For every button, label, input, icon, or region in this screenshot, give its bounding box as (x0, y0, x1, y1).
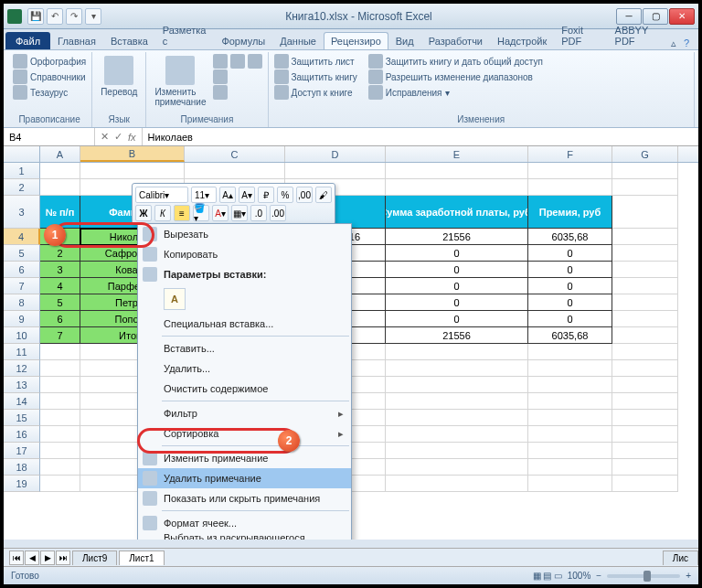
zoom-level[interactable]: 100% (568, 571, 591, 581)
paste-option-values[interactable]: A (164, 288, 186, 310)
worksheet[interactable]: A B C D E F G 12345678910111213141516171… (4, 146, 698, 540)
cell[interactable]: № п/п (40, 196, 80, 229)
row-9[interactable]: 9 (4, 311, 40, 327)
show-all-comments-icon[interactable] (213, 85, 228, 100)
cell[interactable]: 0 (386, 294, 528, 311)
cm-cut[interactable]: Вырезать (138, 224, 351, 244)
row-7[interactable]: 7 (4, 278, 40, 294)
share-book-button[interactable]: Доступ к книге (274, 85, 357, 100)
cell[interactable]: 0 (386, 311, 528, 327)
col-d[interactable]: D (285, 146, 386, 162)
cm-dropdown-list[interactable]: Выбрать из раскрывающегося списка... (138, 533, 351, 540)
cell[interactable] (40, 476, 80, 492)
cell[interactable] (386, 179, 528, 196)
cell[interactable]: Премия, руб (528, 196, 612, 229)
tab-abbyy[interactable]: ABBYY PDF (608, 21, 671, 49)
col-a[interactable]: A (40, 146, 80, 162)
cell[interactable] (40, 377, 80, 393)
qat-more[interactable]: ▾ (85, 8, 101, 25)
row-1[interactable]: 1 (4, 163, 40, 179)
tab-file[interactable]: Файл (5, 32, 50, 49)
row-3[interactable]: 3 (4, 196, 40, 229)
cell[interactable] (612, 393, 678, 410)
tab-view[interactable]: Вид (388, 32, 421, 49)
cm-show-hide-comment[interactable]: Показать или скрыть примечания (138, 488, 351, 508)
cell[interactable] (528, 360, 612, 377)
cell[interactable] (40, 179, 80, 196)
view-layout-icon[interactable]: ▤ (543, 571, 551, 581)
cell[interactable] (612, 278, 678, 294)
cell[interactable] (612, 179, 678, 196)
tab-layout[interactable]: Разметка с (155, 21, 215, 49)
cell[interactable] (612, 327, 678, 344)
comma-format-icon[interactable]: ,00 (296, 187, 313, 203)
cell[interactable]: 3 (40, 262, 80, 278)
tab-formulas[interactable]: Формулы (214, 32, 272, 49)
row-15[interactable]: 15 (4, 410, 40, 426)
cell[interactable] (40, 426, 80, 443)
row-2[interactable]: 2 (4, 179, 40, 196)
italic-icon[interactable]: К (154, 205, 171, 221)
font-size[interactable]: 11 ▾ (191, 187, 217, 203)
cm-clear[interactable]: Очистить содержимое (138, 379, 351, 399)
grow-font-icon[interactable]: A▴ (219, 187, 236, 203)
increase-decimal-icon[interactable]: .00 (270, 205, 286, 221)
cell[interactable] (528, 393, 612, 410)
decrease-decimal-icon[interactable]: .0 (250, 205, 267, 221)
cell[interactable] (612, 344, 678, 360)
cell[interactable] (386, 410, 528, 426)
ribbon-minimize-icon[interactable]: ▵ (671, 37, 676, 49)
row-16[interactable]: 16 (4, 426, 40, 443)
accept-formula-icon[interactable]: ✓ (114, 131, 122, 143)
cm-delete-comment[interactable]: Удалить примечание (138, 468, 351, 488)
undo-button[interactable]: ↶ (47, 8, 63, 25)
edit-comment-button[interactable]: Изменить примечание (152, 54, 208, 114)
cell[interactable]: 0 (528, 311, 612, 327)
cell[interactable]: 21556 (386, 327, 528, 344)
cell[interactable] (612, 294, 678, 311)
show-comment-icon[interactable] (213, 69, 228, 84)
cell[interactable] (80, 163, 185, 179)
cell[interactable] (40, 410, 80, 426)
cell[interactable] (386, 426, 528, 443)
cell[interactable]: 21556 (386, 229, 528, 245)
borders-icon[interactable]: ▦▾ (231, 205, 248, 221)
protect-book-button[interactable]: Защитить книгу (274, 69, 357, 84)
cell[interactable]: 0 (386, 262, 528, 278)
format-painter-icon[interactable]: 🖌 (315, 187, 332, 203)
cell[interactable] (528, 344, 612, 360)
cell[interactable] (612, 196, 678, 229)
cell[interactable]: 0 (386, 278, 528, 294)
next-comment-icon[interactable] (248, 54, 262, 69)
fx-icon[interactable]: fx (128, 132, 136, 143)
cell[interactable] (528, 443, 612, 459)
cell[interactable] (528, 459, 612, 476)
save-button[interactable]: 💾 (27, 8, 44, 25)
cell[interactable] (612, 311, 678, 327)
select-all-corner[interactable] (4, 146, 40, 163)
cell[interactable]: 0 (528, 278, 612, 294)
view-pagebreak-icon[interactable]: ▭ (554, 571, 562, 581)
cm-delete[interactable]: Удалить... (138, 358, 351, 379)
cancel-formula-icon[interactable]: ✕ (101, 131, 109, 143)
cell[interactable]: 5 (40, 294, 80, 311)
col-b[interactable]: B (80, 146, 185, 162)
cell[interactable] (528, 426, 612, 443)
cell[interactable] (612, 245, 678, 262)
formula-input[interactable]: Николаев (143, 128, 698, 145)
tab-foxit[interactable]: Foxit PDF (554, 21, 607, 49)
font-select[interactable]: Calibri ▾ (135, 187, 188, 203)
next-sheet-button[interactable]: ▶ (40, 551, 55, 565)
cell[interactable] (386, 163, 528, 179)
col-e[interactable]: E (386, 146, 528, 162)
track-changes-button[interactable]: Исправления ▾ (368, 85, 543, 100)
spelling-button[interactable]: Орфография (13, 54, 86, 69)
cm-sort[interactable]: Сортировка▸ (138, 423, 351, 444)
cell[interactable] (40, 163, 80, 179)
row-18[interactable]: 18 (4, 459, 40, 476)
cell[interactable] (40, 443, 80, 459)
tab-developer[interactable]: Разработчи (421, 32, 490, 49)
percent-format-icon[interactable]: % (277, 187, 293, 203)
cm-filter[interactable]: Фильтр▸ (138, 403, 351, 423)
cell[interactable] (40, 393, 80, 410)
